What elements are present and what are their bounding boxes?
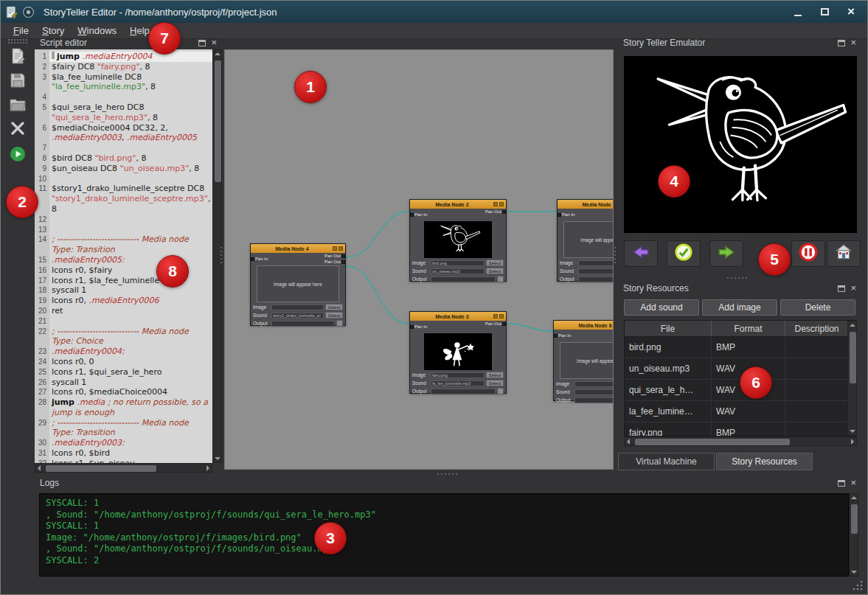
save-button[interactable] xyxy=(8,72,27,91)
node-add-button[interactable] xyxy=(336,320,343,327)
table-row[interactable]: fairy.pngBMP xyxy=(625,422,856,436)
code-line[interactable]: Type: Transition xyxy=(49,428,212,438)
run-button[interactable] xyxy=(8,146,27,165)
logs-vertical-scrollbar[interactable] xyxy=(849,493,858,577)
node-add-button[interactable] xyxy=(497,388,504,394)
maximize-button[interactable] xyxy=(813,4,836,20)
code-line[interactable]: lcons r1, $qui_sera_le_hero xyxy=(49,367,212,377)
table-header[interactable]: Description xyxy=(785,321,849,336)
previous-button[interactable] xyxy=(624,240,658,267)
node-header[interactable]: Media Node 5 xyxy=(558,200,614,209)
resize-grip[interactable] xyxy=(853,580,863,591)
open-button[interactable] xyxy=(8,97,27,116)
code-line[interactable]: syscall 1 xyxy=(49,285,212,296)
table-row[interactable]: la_fee_lumine…WAV xyxy=(625,401,856,422)
menu-file[interactable]: File xyxy=(7,24,35,38)
code-line[interactable] xyxy=(49,143,212,153)
media-node[interactable]: Media Node 3Pan InPan OutImagefairy.pngS… xyxy=(409,311,507,394)
code-line[interactable]: $story1_drako_luminelle_sceptre DC8 xyxy=(49,184,212,194)
node-output-pin[interactable]: Pan Out xyxy=(485,209,506,214)
minimize-button[interactable] xyxy=(786,4,810,20)
code-line[interactable]: ; ---------------------------- Media nod… xyxy=(49,327,212,337)
scroll-up-icon[interactable] xyxy=(215,52,221,55)
node-output-pin[interactable]: Pan Out xyxy=(324,254,345,258)
code-line[interactable]: .mediaEntry0004: xyxy=(49,347,212,357)
node-header[interactable]: Media Node 4 xyxy=(251,244,345,253)
close-dock-icon[interactable]: × xyxy=(850,284,856,293)
node-select-button[interactable]: Select xyxy=(486,268,504,274)
node-select-button[interactable]: Select xyxy=(325,304,343,310)
table-header[interactable]: Format xyxy=(712,321,785,336)
code-line[interactable]: "qui_sera_le_hero.mp3", 8 xyxy=(49,113,212,123)
code-line[interactable]: syscall 1 xyxy=(49,377,212,388)
scroll-down-icon[interactable] xyxy=(851,571,857,574)
code-line[interactable] xyxy=(49,316,212,327)
code-line[interactable] xyxy=(49,215,212,225)
splitter-handle[interactable] xyxy=(614,247,616,263)
code-line[interactable]: $la_fee_luminelle DC8 xyxy=(49,72,212,83)
node-collapse-icon[interactable] xyxy=(493,202,498,206)
code-line[interactable]: $mediaChoice0004 DC32, 2, xyxy=(49,123,212,133)
tab-story-resources[interactable]: Story Resources xyxy=(716,453,813,470)
splitter-handle[interactable] xyxy=(727,277,747,279)
scroll-right-icon[interactable] xyxy=(851,439,854,445)
node-add-button[interactable] xyxy=(497,276,504,282)
scrollbar-thumb[interactable] xyxy=(46,465,156,472)
media-node[interactable]: Media Node 2Pan InPan OutImagebird.pngSe… xyxy=(409,199,507,282)
code-line[interactable]: $bird DC8 "bird.png", 8 xyxy=(49,153,212,164)
code-line[interactable]: ret xyxy=(49,306,212,316)
node-output-pin[interactable]: Pan Out xyxy=(485,321,506,326)
tab-virtual-machine[interactable]: Virtual Machine xyxy=(618,453,715,470)
new-script-button[interactable] xyxy=(8,48,27,67)
code-line[interactable]: $fairy DC8 "fairy.png", 8 xyxy=(49,62,212,72)
node-select-button[interactable]: Select xyxy=(486,380,504,386)
delete-button[interactable]: Delete xyxy=(780,299,855,316)
scrollbar-thumb[interactable] xyxy=(215,60,221,182)
node-input-pin[interactable]: Pan In xyxy=(410,321,427,332)
scroll-down-icon[interactable] xyxy=(850,430,855,433)
code-line[interactable] xyxy=(49,92,212,102)
table-row[interactable]: bird.pngBMP xyxy=(625,337,856,358)
media-node[interactable]: Media Node 5Pan InPan OutImage will appe… xyxy=(557,199,614,282)
close-dock-icon[interactable]: × xyxy=(850,479,856,487)
code-line[interactable]: "story1_drako_luminelle_sceptre.mp3", xyxy=(49,194,212,204)
code-line[interactable]: "la_fee_luminelle.mp3", 8 xyxy=(49,82,212,92)
scroll-left-icon[interactable] xyxy=(627,439,630,445)
float-dock-icon[interactable] xyxy=(838,285,845,292)
scroll-up-icon[interactable] xyxy=(851,496,857,499)
node-graph-canvas[interactable]: Media Node 4Pan InPan OutPan OutImage wi… xyxy=(224,49,614,470)
code-line[interactable]: 8 xyxy=(49,204,212,215)
node-close-icon[interactable] xyxy=(499,314,504,319)
resources-table-vertical-scrollbar[interactable] xyxy=(847,321,857,436)
code-line[interactable] xyxy=(49,174,212,184)
code-line[interactable]: lcons r0, $mediaChoice0004 xyxy=(49,387,212,397)
media-node[interactable]: Media Node 6Pan InPan OutImage will appe… xyxy=(553,320,614,401)
close-button[interactable]: × xyxy=(839,4,863,20)
add-image-button[interactable]: Add image xyxy=(702,299,777,316)
node-close-icon[interactable] xyxy=(338,246,343,251)
node-select-button[interactable]: Select xyxy=(325,312,343,319)
code-line[interactable]: lcons r0, 0 xyxy=(49,357,212,367)
float-dock-icon[interactable] xyxy=(838,40,845,46)
code-line[interactable]: jump .mediaEntry0004 xyxy=(49,52,212,62)
next-button[interactable] xyxy=(709,240,743,267)
scroll-down-icon[interactable] xyxy=(215,457,221,460)
ok-button[interactable] xyxy=(667,240,701,267)
code-line[interactable]: lcons r1, $la_fee_luminelle xyxy=(49,276,212,286)
code-line[interactable] xyxy=(49,225,212,235)
float-dock-icon[interactable] xyxy=(198,40,206,46)
code-line[interactable]: .mediaEntry0005: xyxy=(49,255,212,265)
code-line[interactable]: lcons r0, .mediaEntry0006 xyxy=(49,296,212,306)
node-header[interactable]: Media Node 6 xyxy=(554,321,614,330)
scroll-right-icon[interactable] xyxy=(206,465,209,471)
scrollbar-thumb[interactable] xyxy=(850,332,856,383)
code-line[interactable]: .mediaEntry0003: xyxy=(49,438,212,448)
close-dock-icon[interactable]: × xyxy=(211,38,217,47)
node-close-icon[interactable] xyxy=(499,202,504,206)
close-project-button[interactable] xyxy=(8,120,27,139)
node-input-pin[interactable]: Pan In xyxy=(558,209,574,220)
scroll-up-icon[interactable] xyxy=(850,324,855,327)
node-header[interactable]: Media Node 3 xyxy=(410,312,506,321)
titlebar[interactable]: StoryTeller Editor - /home/anthony/ostpr… xyxy=(1,1,867,23)
resources-table-horizontal-scrollbar[interactable] xyxy=(624,436,857,446)
